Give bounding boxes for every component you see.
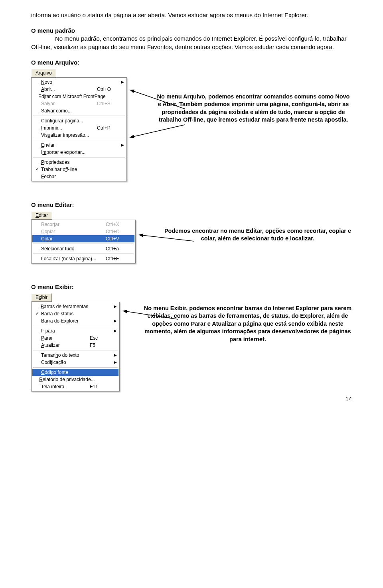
menu-item-label: Atualizar (40, 342, 87, 348)
editar-menu-button[interactable]: Editar (31, 211, 52, 220)
menu-item[interactable]: Importar e exportar... (32, 149, 126, 156)
menu-item[interactable]: Salvar como... (32, 107, 126, 114)
menu-item[interactable]: Abrir...Ctrl+O (32, 86, 126, 93)
menu-separator (33, 326, 118, 326)
menu-item[interactable]: Configurar página... (32, 117, 126, 124)
menu-item[interactable]: Propriedades (32, 159, 126, 166)
editar-menu-screenshot: Editar RecortarCtrl+XCopiarCtrl+CColarCt… (31, 211, 136, 264)
menu-item-label: Recortar (40, 222, 103, 227)
arquivo-menu-screenshot: Arquivo Novo▶Abrir...Ctrl+OEditar com Mi… (31, 69, 127, 181)
menu-item-label: Novo (40, 79, 94, 85)
menu-item-label: Tela inteira (40, 384, 87, 389)
menu-item[interactable]: Visualizar impressão... (32, 132, 126, 139)
menu-item[interactable]: Editar com Microsoft FrontPage (32, 93, 126, 100)
intro-paragraph: informa ao usuário o status da página a … (31, 11, 352, 19)
menu-item-shortcut: Esc (87, 335, 111, 341)
section-title-arquivo: O menu Arquivo: (31, 59, 352, 66)
menu-separator (33, 254, 134, 254)
menu-item-shortcut: Ctrl+X (103, 222, 127, 227)
arquivo-description: No menu Arquivo, podemos encontrar coman… (155, 93, 352, 124)
menu-item[interactable]: Enviar▶ (32, 142, 126, 149)
menu-item-label: Código fonte (40, 370, 87, 375)
menu-separator (33, 367, 118, 368)
menu-item[interactable]: Código fonte (32, 369, 118, 376)
section-title-exibir: O menu Exibir: (31, 283, 352, 290)
menu-item[interactable]: Novo▶ (32, 79, 126, 86)
menu-item[interactable]: Relatório de privacidade... (32, 376, 118, 383)
menu-item-label: Barras de ferramentas (40, 304, 88, 309)
menu-item[interactable]: Codificação▶ (32, 359, 118, 366)
menu-separator (33, 350, 118, 350)
menu-item-label: Configurar página... (40, 118, 94, 124)
menu-item-label: Fechar (40, 174, 94, 179)
menu-item-label: Trabalhar off-line (40, 167, 94, 172)
section-title-padrao: O menu padrão (31, 27, 352, 34)
menu-item[interactable]: Tamanho do texto▶ (32, 352, 118, 359)
menu-item-shortcut: Ctrl+O (94, 87, 118, 92)
menu-item[interactable]: ✓Barra de status (32, 310, 118, 317)
menu-item[interactable]: ColarCtrl+V (32, 235, 134, 242)
submenu-arrow-icon: ▶ (112, 304, 117, 309)
menu-item[interactable]: Barra do Explorer▶ (32, 317, 118, 324)
menu-item[interactable]: Ir para▶ (32, 327, 118, 334)
menu-separator (33, 116, 125, 116)
menu-item-shortcut: Ctrl+P (94, 125, 118, 131)
menu-item[interactable]: Fechar (32, 173, 126, 180)
menu-item-label: Visualizar impressão... (40, 132, 94, 138)
menu-item-shortcut: Ctrl+A (103, 246, 127, 252)
menu-item-label: Relatório de privacidade... (38, 377, 95, 382)
menu-item-label: Importar e exportar... (40, 149, 94, 155)
arquivo-menu-button[interactable]: Arquivo (31, 69, 56, 77)
padrao-paragraph: No menu padrão, encontramos os principai… (31, 35, 352, 51)
menu-item-label: Propriedades (40, 159, 94, 165)
check-icon: ✓ (34, 167, 40, 172)
page-number: 14 (31, 395, 352, 402)
svg-line-1 (133, 125, 185, 137)
submenu-arrow-icon: ▶ (111, 353, 117, 357)
menu-item-shortcut: Ctrl+C (103, 229, 127, 234)
exibir-menu-screenshot: Exibir Barras de ferramentas▶✓Barra de s… (31, 293, 120, 391)
menu-item-shortcut: Ctrl+F (103, 256, 127, 262)
submenu-arrow-icon: ▶ (111, 360, 117, 364)
menu-separator (33, 157, 125, 157)
menu-item-label: Barra de status (40, 311, 87, 317)
menu-item-shortcut: Ctrl+V (103, 236, 127, 242)
menu-separator (33, 140, 125, 140)
menu-item[interactable]: Localizar (nesta página)...Ctrl+F (32, 255, 134, 262)
menu-item[interactable]: Barras de ferramentas▶ (32, 303, 118, 310)
submenu-arrow-icon: ▶ (118, 80, 124, 84)
menu-item-label: Abrir... (40, 87, 94, 92)
menu-item-label: Editar com Microsoft FrontPage (38, 94, 106, 99)
menu-item-label: Codificação (40, 360, 87, 365)
menu-item[interactable]: RecortarCtrl+X (32, 221, 134, 228)
menu-item-shortcut: F5 (87, 342, 111, 348)
menu-item[interactable]: Selecionar tudoCtrl+A (32, 245, 134, 252)
menu-item[interactable]: PararEsc (32, 334, 118, 342)
menu-item[interactable]: Tela inteiraF11 (32, 383, 118, 390)
menu-item-label: Imprimir... (40, 125, 94, 131)
menu-item[interactable]: SalvarCtrl+S (32, 100, 126, 107)
menu-separator (33, 244, 134, 244)
submenu-arrow-icon: ▶ (111, 319, 117, 323)
menu-item-shortcut: F11 (87, 384, 111, 389)
exibir-description: No menu Exibir, podemos encontrar barras… (144, 305, 352, 344)
menu-item-label: Localizar (nesta página)... (40, 256, 103, 262)
menu-item[interactable]: Imprimir...Ctrl+P (32, 124, 126, 132)
exibir-menu-button[interactable]: Exibir (31, 293, 52, 302)
menu-item-shortcut: Ctrl+S (94, 101, 118, 106)
menu-item-label: Copiar (40, 229, 103, 234)
menu-item-label: Salvar (40, 101, 94, 106)
menu-item-label: Parar (40, 335, 87, 341)
editar-description: Podemos encontrar no menu Editar, opções… (164, 227, 352, 243)
menu-item[interactable]: CopiarCtrl+C (32, 228, 134, 235)
submenu-arrow-icon: ▶ (111, 328, 117, 333)
menu-item-label: Tamanho do texto (40, 352, 87, 358)
submenu-arrow-icon: ▶ (118, 143, 124, 147)
menu-item-label: Ir para (40, 328, 87, 334)
menu-item[interactable]: ✓Trabalhar off-line (32, 166, 126, 173)
menu-item[interactable]: AtualizarF5 (32, 342, 118, 349)
editar-dropdown: RecortarCtrl+XCopiarCtrl+CColarCtrl+VSel… (31, 220, 136, 264)
exibir-dropdown: Barras de ferramentas▶✓Barra de statusBa… (31, 302, 120, 391)
check-icon: ✓ (34, 311, 40, 316)
section-title-editar: O menu Editar: (31, 201, 352, 208)
